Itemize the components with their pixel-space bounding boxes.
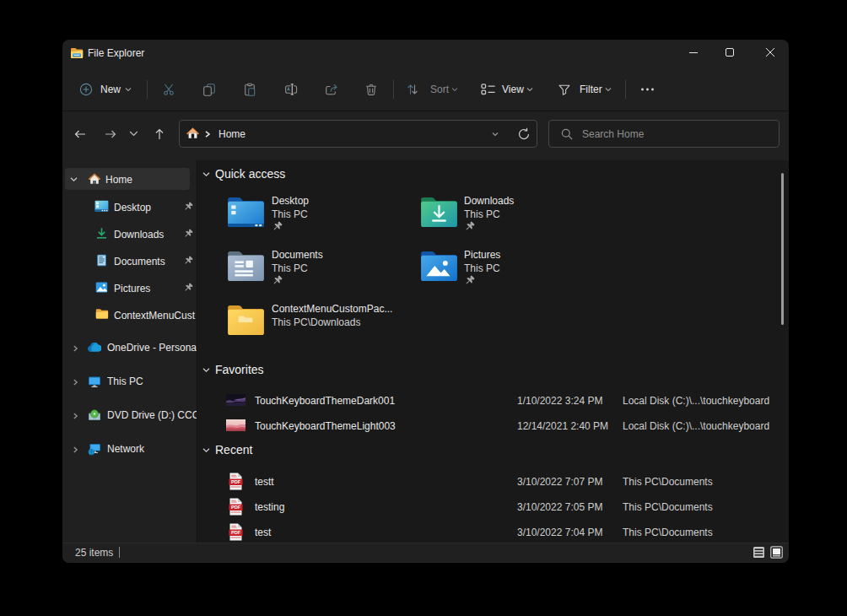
svg-text:PDF: PDF: [231, 530, 241, 535]
svg-text:PDF: PDF: [231, 505, 241, 510]
svg-text:PDF: PDF: [231, 479, 241, 484]
